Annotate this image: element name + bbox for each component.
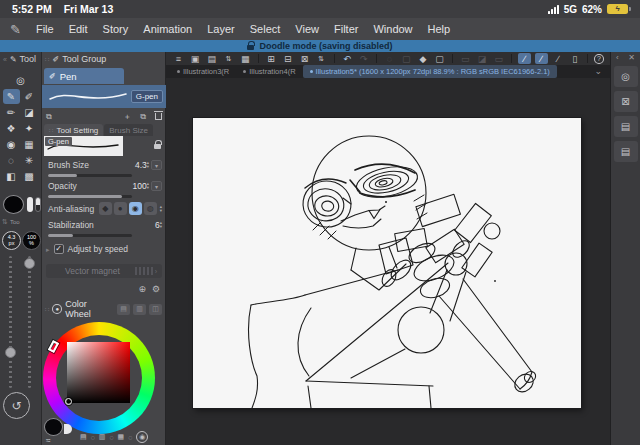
opacity-dynamics-button[interactable]: ▾ <box>151 181 162 191</box>
color-option-button-1[interactable]: ▤ <box>80 433 87 441</box>
open-file-button[interactable]: ⊟ <box>281 53 294 64</box>
brush-size-dynamics-button[interactable]: ▾ <box>151 160 162 170</box>
anti-aliasing-option-3[interactable]: ◉ <box>129 202 142 215</box>
brush-size-stepper[interactable]: ▴▾ <box>147 161 149 169</box>
undo-button[interactable]: ↶ <box>341 53 354 64</box>
transparent-color-indicator[interactable] <box>64 424 72 434</box>
toolbar-stepper-1[interactable]: ⇅ <box>222 53 235 64</box>
advanced-settings-button[interactable]: ⚙ <box>152 284 160 294</box>
marker-tool-button[interactable]: ✐ <box>21 89 38 104</box>
lasso-tool-button[interactable]: ◌ <box>3 153 20 168</box>
color-option-button-4[interactable]: ◌ <box>109 434 113 441</box>
menu-item-help[interactable]: Help <box>428 23 451 35</box>
document-tab-3-active[interactable]: Illustration5* (1600 x 1200px 72dpi 88.9… <box>303 65 557 78</box>
drawing-canvas[interactable] <box>193 118 581 408</box>
menu-item-view[interactable]: View <box>295 23 319 35</box>
help-button[interactable]: ? <box>594 54 604 64</box>
color-tab-3[interactable]: ◫ <box>149 304 162 315</box>
select-area-button[interactable]: ▢ <box>400 53 413 64</box>
delete-subtool-button[interactable] <box>155 113 162 120</box>
opacity-value[interactable]: 100 <box>133 181 147 191</box>
fill-tool-button[interactable]: ◧ <box>3 169 20 184</box>
rotate-canvas-button[interactable]: ↺ <box>3 392 30 419</box>
eyedropper-button[interactable]: ◉ <box>136 431 148 443</box>
blend-colors-icon[interactable]: ≈ <box>46 436 50 445</box>
document-tab-1[interactable]: Illustration3(R <box>170 65 236 78</box>
opacity-slider[interactable] <box>28 256 31 388</box>
transparent-color-swatch[interactable] <box>35 197 41 212</box>
tool-group-grip[interactable]: ∷ <box>45 56 49 63</box>
opacity-stepper[interactable]: ▴▾ <box>147 182 149 190</box>
blend-tool-button[interactable]: ◉ <box>3 137 20 152</box>
menu-item-file[interactable]: File <box>36 23 54 35</box>
brush-size-value[interactable]: 4.3 <box>135 160 147 170</box>
panel-icon-selection[interactable]: ⊠ <box>614 91 638 112</box>
brush-size-indicator[interactable]: 4.3 px <box>2 231 21 250</box>
copy-subtool-button[interactable]: ⧉ <box>46 112 52 122</box>
anti-aliasing-option-1[interactable]: ◆ <box>99 202 112 215</box>
opacity-slider-track[interactable] <box>48 195 132 198</box>
deselect-button[interactable]: ◌ <box>383 53 396 64</box>
save-file-button[interactable]: ⊠ <box>298 53 311 64</box>
eraser-tool-button[interactable]: ◪ <box>21 105 38 120</box>
opacity-slider-knob[interactable] <box>24 258 35 269</box>
color-option-button-6[interactable]: ◌ <box>128 434 132 441</box>
color-wheel-grip[interactable]: ∷ <box>45 306 49 313</box>
doodle-mode-banner[interactable]: Doodle mode (saving disabled) <box>0 40 640 52</box>
redo-button[interactable]: ↷ <box>357 53 370 64</box>
current-color-swatch[interactable] <box>44 418 63 436</box>
brush-size-slider-track[interactable] <box>48 174 132 177</box>
panel-icon-layers[interactable]: ▤ <box>614 116 638 137</box>
selection-op-button-2[interactable]: ◪ <box>476 53 489 64</box>
rail-mini-grip[interactable]: ⇅ <box>2 218 8 225</box>
tab-tool-setting[interactable]: ∷ Tool Setting <box>44 124 103 136</box>
snap-ruler-button[interactable]: ∕ <box>518 53 531 64</box>
anti-aliasing-stepper[interactable]: ▴▾ <box>160 205 162 213</box>
anti-aliasing-option-2[interactable]: ● <box>114 202 127 215</box>
brush-preset-preview[interactable]: G-pen <box>44 136 123 156</box>
brush-size-slider-knob[interactable] <box>5 347 16 358</box>
fill-button[interactable]: ◆ <box>417 53 430 64</box>
stabilization-stepper[interactable]: ▴▾ <box>160 221 162 229</box>
color-option-button-2[interactable]: ◌ <box>91 434 95 441</box>
toolbar-stepper-2[interactable]: ⇅ <box>315 53 328 64</box>
new-file-button[interactable]: ⊞ <box>265 53 278 64</box>
transform-button[interactable]: ▢ <box>433 53 446 64</box>
import-image-button[interactable]: ▦ <box>239 53 252 64</box>
subtool-category-pen[interactable]: ✐ Pen <box>44 68 124 84</box>
sv-cursor[interactable] <box>65 398 72 405</box>
menu-item-select[interactable]: Select <box>250 23 281 35</box>
hamburger-menu-button[interactable]: ≡ <box>172 53 185 64</box>
selection-op-button-1[interactable]: ▭ <box>459 53 472 64</box>
selection-op-button-3[interactable]: ▭ <box>492 53 505 64</box>
frame-border-tool-button[interactable]: ▦ <box>21 137 38 152</box>
menu-item-edit[interactable]: Edit <box>69 23 88 35</box>
snap-special-ruler-button[interactable]: ∕ <box>535 53 548 64</box>
duplicate-subtool-button[interactable]: ⧉ <box>140 112 146 122</box>
saturation-value-square[interactable] <box>67 342 130 403</box>
operation-tool-button[interactable]: ◎ <box>3 73 39 88</box>
reference-button[interactable]: ▯ <box>568 53 581 64</box>
tool-panel-collapse-icon[interactable]: « <box>3 56 7 63</box>
brush-size-slider[interactable] <box>9 256 12 388</box>
panel-icon-navigator[interactable]: ◎ <box>614 66 638 87</box>
gradient-tool-button[interactable]: ▩ <box>21 169 38 184</box>
preset-lock-icon[interactable] <box>154 144 161 149</box>
canvas-edit-button[interactable]: ▤ <box>205 53 218 64</box>
opacity-indicator[interactable]: 100 % <box>22 231 41 250</box>
airbrush-tool-button[interactable]: ❖ <box>3 121 20 136</box>
add-setting-button[interactable]: ⊕ <box>138 284 146 294</box>
menu-item-animation[interactable]: Animation <box>143 23 192 35</box>
auto-select-tool-button[interactable]: ✳ <box>21 153 38 168</box>
add-subtool-button[interactable]: ＋ <box>123 111 131 122</box>
subtool-stroke-preview[interactable]: G-pen <box>42 85 166 108</box>
main-color-swatch[interactable] <box>3 195 24 214</box>
color-tab-1[interactable]: ▤ <box>117 304 130 315</box>
panel-icon-layer-property[interactable]: ▤ <box>614 141 638 162</box>
color-option-button-5[interactable]: ▦ <box>118 433 125 441</box>
adjust-by-speed-checkbox[interactable]: ✓ <box>54 244 64 254</box>
pencil-tool-button[interactable]: ✏ <box>3 105 20 120</box>
anti-aliasing-option-4[interactable]: ◍ <box>144 202 157 215</box>
tab-brush-size[interactable]: Brush Size <box>104 124 153 136</box>
stabilization-slider-track[interactable] <box>48 234 132 237</box>
